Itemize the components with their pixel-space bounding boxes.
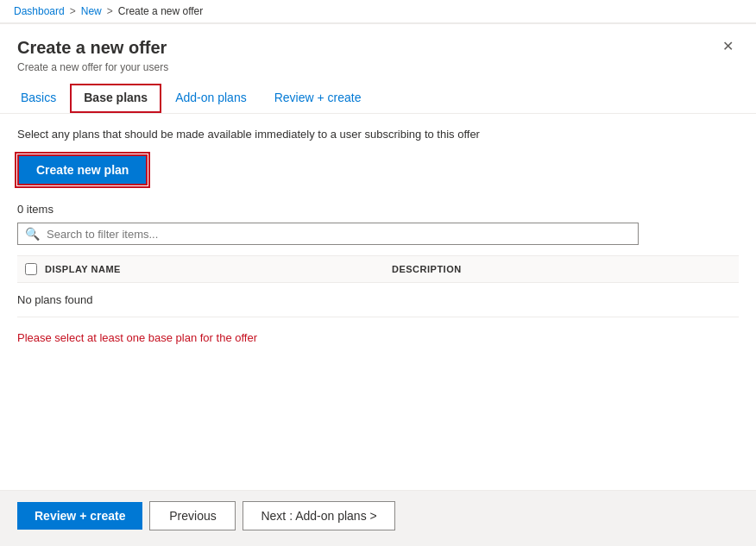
breadcrumb-dashboard[interactable]: Dashboard xyxy=(14,5,65,17)
create-new-plan-button[interactable]: Create new plan xyxy=(17,154,148,185)
search-icon: 🔍 xyxy=(25,227,40,241)
tab-review-create[interactable]: Review + create xyxy=(261,84,375,113)
items-count: 0 items xyxy=(17,203,739,216)
error-message: Please select at least one base plan for… xyxy=(17,331,739,344)
previous-button[interactable]: Previous xyxy=(149,501,236,530)
close-button[interactable]: ✕ xyxy=(717,38,739,55)
next-button[interactable]: Next : Add-on plans > xyxy=(243,501,394,530)
tab-base-plans[interactable]: Base plans xyxy=(70,84,161,113)
review-create-button[interactable]: Review + create xyxy=(17,502,142,530)
tab-basics[interactable]: Basics xyxy=(17,84,70,113)
breadcrumb: Dashboard > New > Create a new offer xyxy=(14,5,203,17)
search-box: 🔍 xyxy=(17,223,639,245)
breadcrumb-new[interactable]: New xyxy=(81,5,102,17)
breadcrumb-current: Create a new offer xyxy=(118,5,204,17)
search-input[interactable] xyxy=(47,228,631,241)
tabs: Basics Base plans Add-on plans Review + … xyxy=(17,84,739,113)
panel-subtitle: Create a new offer for your users xyxy=(17,61,739,73)
breadcrumb-sep-2: > xyxy=(107,5,113,17)
panel-title: Create a new offer xyxy=(17,38,167,58)
col-header-description: DESCRIPTION xyxy=(392,264,739,274)
tab-addon-plans[interactable]: Add-on plans xyxy=(161,84,261,113)
select-all-checkbox[interactable] xyxy=(25,263,37,275)
panel-title-row: Create a new offer ✕ xyxy=(17,38,739,58)
panel: Create a new offer ✕ Create a new offer … xyxy=(0,23,756,541)
top-bar: Dashboard > New > Create a new offer xyxy=(0,0,756,23)
panel-body: Select any plans that should be made ava… xyxy=(0,114,756,490)
panel-header: Create a new offer ✕ Create a new offer … xyxy=(0,24,756,114)
breadcrumb-sep-1: > xyxy=(70,5,76,17)
panel-footer: Review + create Previous Next : Add-on p… xyxy=(0,490,756,541)
table-header: DISPLAY NAME DESCRIPTION xyxy=(17,255,739,283)
description-text: Select any plans that should be made ava… xyxy=(17,128,739,141)
col-header-display-name: DISPLAY NAME xyxy=(45,264,392,274)
empty-state-message: No plans found xyxy=(17,283,739,317)
select-all-checkbox-cell xyxy=(17,263,45,275)
